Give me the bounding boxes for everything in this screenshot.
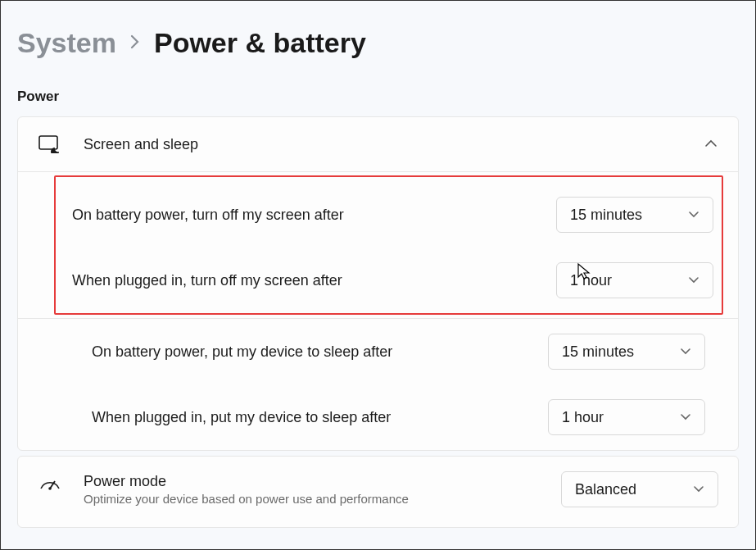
chevron-down-icon [680,345,691,358]
dropdown-value: 1 hour [570,272,612,289]
svg-point-2 [48,487,52,490]
chevron-down-icon [688,208,699,221]
chevron-down-icon [680,411,691,424]
card-header-screen-sleep[interactable]: Screen and sleep [18,117,738,171]
breadcrumb: System Power & battery [1,1,755,67]
row-plugged-sleep: When plugged in, put my device to sleep … [18,384,738,450]
breadcrumb-parent[interactable]: System [17,27,116,59]
dropdown-power-mode[interactable]: Balanced [561,471,718,507]
row-power-mode: Power mode Optimize your device based on… [18,457,738,527]
dropdown-plugged-sleep[interactable]: 1 hour [548,399,705,435]
setting-label: When plugged in, put my device to sleep … [92,409,532,426]
row-battery-screen-off: On battery power, turn off my screen aft… [56,182,722,248]
power-mode-subtitle: Optimize your device based on power use … [84,492,540,506]
dropdown-value: 1 hour [562,409,604,426]
row-plugged-screen-off: When plugged in, turn off my screen afte… [56,248,722,313]
svg-rect-0 [39,136,57,149]
setting-label: When plugged in, turn off my screen afte… [72,272,540,289]
row-battery-sleep: On battery power, put my device to sleep… [18,319,738,384]
card-screen-sleep: Screen and sleep On battery power, turn … [17,116,739,451]
dropdown-value: Balanced [575,481,636,498]
dropdown-battery-screen-off[interactable]: 15 minutes [556,197,713,233]
highlight-annotation: On battery power, turn off my screen aft… [54,175,723,315]
chevron-right-icon [129,30,141,56]
display-sleep-icon [38,135,62,153]
power-mode-title: Power mode [84,473,540,490]
dropdown-value: 15 minutes [570,207,642,224]
chevron-up-icon [704,137,718,152]
chevron-down-icon [693,483,704,496]
card-power-mode: Power mode Optimize your device based on… [17,456,739,528]
setting-label: On battery power, turn off my screen aft… [72,207,540,224]
setting-label: On battery power, put my device to sleep… [92,343,532,361]
chevron-down-icon [688,274,699,287]
dropdown-value: 15 minutes [562,343,634,361]
card-title: Screen and sleep [84,136,682,153]
dropdown-battery-sleep[interactable]: 15 minutes [548,334,705,370]
section-label-power: Power [1,67,755,116]
dropdown-plugged-screen-off[interactable]: 1 hour [556,262,713,298]
gauge-icon [38,471,62,491]
page-title: Power & battery [154,27,366,59]
